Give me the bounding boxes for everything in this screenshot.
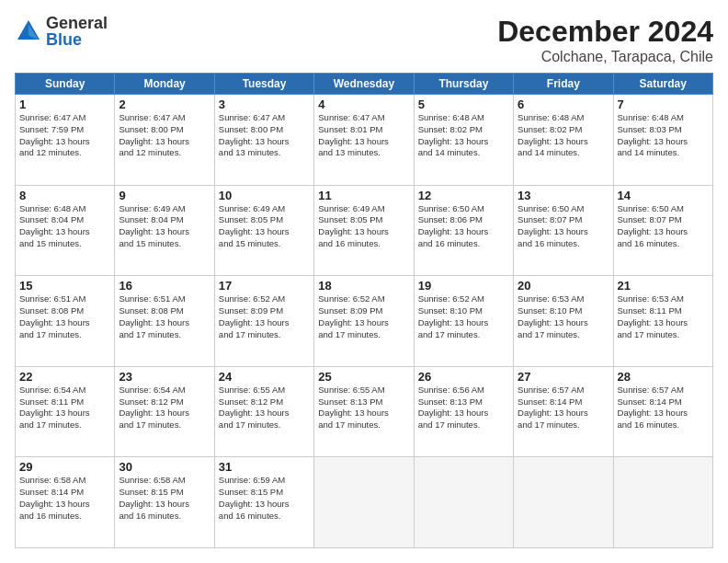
- day-number: 16: [119, 279, 210, 293]
- day-info: Sunrise: 6:49 AMSunset: 8:04 PMDaylight:…: [119, 203, 210, 250]
- day-info: Sunrise: 6:47 AMSunset: 8:01 PMDaylight:…: [318, 112, 409, 159]
- calendar-week-row: 22Sunrise: 6:54 AMSunset: 8:11 PMDayligh…: [16, 366, 713, 457]
- day-number: 12: [418, 189, 509, 202]
- table-row: 8Sunrise: 6:48 AMSunset: 8:04 PMDaylight…: [16, 185, 115, 276]
- table-row: 22Sunrise: 6:54 AMSunset: 8:11 PMDayligh…: [16, 366, 115, 457]
- table-row: 29Sunrise: 6:58 AMSunset: 8:14 PMDayligh…: [16, 457, 115, 548]
- table-row: 31Sunrise: 6:59 AMSunset: 8:15 PMDayligh…: [214, 457, 313, 548]
- day-number: 31: [219, 460, 310, 474]
- day-number: 25: [318, 370, 409, 384]
- day-number: 18: [318, 279, 409, 293]
- calendar-week-row: 1Sunrise: 6:47 AMSunset: 7:59 PMDaylight…: [16, 95, 713, 186]
- day-info: Sunrise: 6:59 AMSunset: 8:15 PMDaylight:…: [219, 475, 310, 522]
- logo: General Blue: [15, 15, 108, 48]
- table-row: 30Sunrise: 6:58 AMSunset: 8:15 PMDayligh…: [115, 457, 214, 548]
- table-row: [414, 457, 513, 548]
- header: General Blue December 2024 Colchane, Tar…: [15, 15, 713, 65]
- table-row: [613, 457, 712, 548]
- day-number: 28: [618, 370, 709, 384]
- day-info: Sunrise: 6:48 AMSunset: 8:02 PMDaylight:…: [518, 112, 609, 159]
- day-number: 26: [418, 370, 509, 384]
- day-info: Sunrise: 6:52 AMSunset: 8:09 PMDaylight:…: [219, 293, 310, 340]
- logo-icon: [15, 17, 42, 45]
- col-friday: Friday: [514, 74, 613, 95]
- table-row: 2Sunrise: 6:47 AMSunset: 8:00 PMDaylight…: [115, 95, 214, 186]
- table-row: 26Sunrise: 6:56 AMSunset: 8:13 PMDayligh…: [414, 366, 513, 457]
- table-row: 5Sunrise: 6:48 AMSunset: 8:02 PMDaylight…: [414, 95, 513, 186]
- day-info: Sunrise: 6:50 AMSunset: 8:07 PMDaylight:…: [618, 203, 709, 250]
- table-row: [514, 457, 613, 548]
- calendar-week-row: 29Sunrise: 6:58 AMSunset: 8:14 PMDayligh…: [16, 457, 713, 548]
- day-info: Sunrise: 6:48 AMSunset: 8:03 PMDaylight:…: [618, 112, 709, 159]
- title-block: December 2024 Colchane, Tarapaca, Chile: [497, 15, 713, 65]
- day-number: 22: [19, 370, 110, 384]
- table-row: 27Sunrise: 6:57 AMSunset: 8:14 PMDayligh…: [514, 366, 613, 457]
- col-monday: Monday: [115, 74, 214, 95]
- day-info: Sunrise: 6:54 AMSunset: 8:12 PMDaylight:…: [119, 385, 210, 431]
- col-tuesday: Tuesday: [214, 74, 313, 95]
- table-row: 19Sunrise: 6:52 AMSunset: 8:10 PMDayligh…: [414, 276, 513, 367]
- table-row: 16Sunrise: 6:51 AMSunset: 8:08 PMDayligh…: [115, 276, 214, 367]
- day-info: Sunrise: 6:53 AMSunset: 8:10 PMDaylight:…: [518, 293, 609, 340]
- calendar-header-row: Sunday Monday Tuesday Wednesday Thursday…: [16, 74, 713, 95]
- day-number: 9: [119, 189, 210, 202]
- col-thursday: Thursday: [414, 74, 513, 95]
- day-number: 8: [19, 189, 110, 202]
- day-info: Sunrise: 6:57 AMSunset: 8:14 PMDaylight:…: [518, 385, 609, 431]
- day-info: Sunrise: 6:55 AMSunset: 8:12 PMDaylight:…: [219, 385, 310, 431]
- table-row: 14Sunrise: 6:50 AMSunset: 8:07 PMDayligh…: [613, 185, 712, 276]
- day-number: 1: [19, 98, 110, 111]
- day-number: 14: [618, 189, 709, 202]
- day-info: Sunrise: 6:52 AMSunset: 8:09 PMDaylight:…: [318, 293, 409, 340]
- month-title: December 2024: [497, 15, 713, 49]
- day-info: Sunrise: 6:56 AMSunset: 8:13 PMDaylight:…: [418, 385, 509, 431]
- table-row: 23Sunrise: 6:54 AMSunset: 8:12 PMDayligh…: [115, 366, 214, 457]
- col-saturday: Saturday: [613, 74, 712, 95]
- day-number: 29: [19, 460, 110, 474]
- table-row: 7Sunrise: 6:48 AMSunset: 8:03 PMDaylight…: [613, 95, 712, 186]
- day-number: 10: [219, 189, 310, 202]
- day-info: Sunrise: 6:58 AMSunset: 8:15 PMDaylight:…: [119, 475, 210, 522]
- table-row: 3Sunrise: 6:47 AMSunset: 8:00 PMDaylight…: [214, 95, 313, 186]
- table-row: 1Sunrise: 6:47 AMSunset: 7:59 PMDaylight…: [16, 95, 115, 186]
- day-number: 17: [219, 279, 310, 293]
- day-number: 21: [618, 279, 709, 293]
- calendar-week-row: 8Sunrise: 6:48 AMSunset: 8:04 PMDaylight…: [16, 185, 713, 276]
- day-number: 3: [219, 98, 310, 111]
- day-number: 19: [418, 279, 509, 293]
- table-row: 4Sunrise: 6:47 AMSunset: 8:01 PMDaylight…: [314, 95, 414, 186]
- logo-blue: Blue: [46, 31, 108, 48]
- day-info: Sunrise: 6:52 AMSunset: 8:10 PMDaylight:…: [418, 293, 509, 340]
- day-number: 27: [518, 370, 609, 384]
- table-row: 18Sunrise: 6:52 AMSunset: 8:09 PMDayligh…: [314, 276, 414, 367]
- day-info: Sunrise: 6:47 AMSunset: 7:59 PMDaylight:…: [19, 112, 110, 159]
- day-info: Sunrise: 6:48 AMSunset: 8:02 PMDaylight:…: [418, 112, 509, 159]
- table-row: [314, 457, 414, 548]
- day-number: 2: [119, 98, 210, 111]
- location-title: Colchane, Tarapaca, Chile: [497, 49, 713, 65]
- table-row: 28Sunrise: 6:57 AMSunset: 8:14 PMDayligh…: [613, 366, 712, 457]
- col-sunday: Sunday: [16, 74, 115, 95]
- logo-text: General Blue: [46, 15, 108, 48]
- day-info: Sunrise: 6:48 AMSunset: 8:04 PMDaylight:…: [19, 203, 110, 250]
- table-row: 13Sunrise: 6:50 AMSunset: 8:07 PMDayligh…: [514, 185, 613, 276]
- day-number: 24: [219, 370, 310, 384]
- day-info: Sunrise: 6:50 AMSunset: 8:06 PMDaylight:…: [418, 203, 509, 250]
- table-row: 24Sunrise: 6:55 AMSunset: 8:12 PMDayligh…: [214, 366, 313, 457]
- day-info: Sunrise: 6:47 AMSunset: 8:00 PMDaylight:…: [119, 112, 210, 159]
- day-number: 7: [618, 98, 709, 111]
- day-info: Sunrise: 6:50 AMSunset: 8:07 PMDaylight:…: [518, 203, 609, 250]
- day-number: 4: [318, 98, 409, 111]
- day-number: 13: [518, 189, 609, 202]
- page: General Blue December 2024 Colchane, Tar…: [0, 0, 728, 563]
- day-info: Sunrise: 6:53 AMSunset: 8:11 PMDaylight:…: [618, 293, 709, 340]
- col-wednesday: Wednesday: [314, 74, 414, 95]
- table-row: 25Sunrise: 6:55 AMSunset: 8:13 PMDayligh…: [314, 366, 414, 457]
- day-number: 11: [318, 189, 409, 202]
- calendar-table: Sunday Monday Tuesday Wednesday Thursday…: [15, 73, 713, 548]
- day-info: Sunrise: 6:49 AMSunset: 8:05 PMDaylight:…: [219, 203, 310, 250]
- day-info: Sunrise: 6:51 AMSunset: 8:08 PMDaylight:…: [19, 293, 110, 340]
- day-info: Sunrise: 6:58 AMSunset: 8:14 PMDaylight:…: [19, 475, 110, 522]
- table-row: 15Sunrise: 6:51 AMSunset: 8:08 PMDayligh…: [16, 276, 115, 367]
- calendar-week-row: 15Sunrise: 6:51 AMSunset: 8:08 PMDayligh…: [16, 276, 713, 367]
